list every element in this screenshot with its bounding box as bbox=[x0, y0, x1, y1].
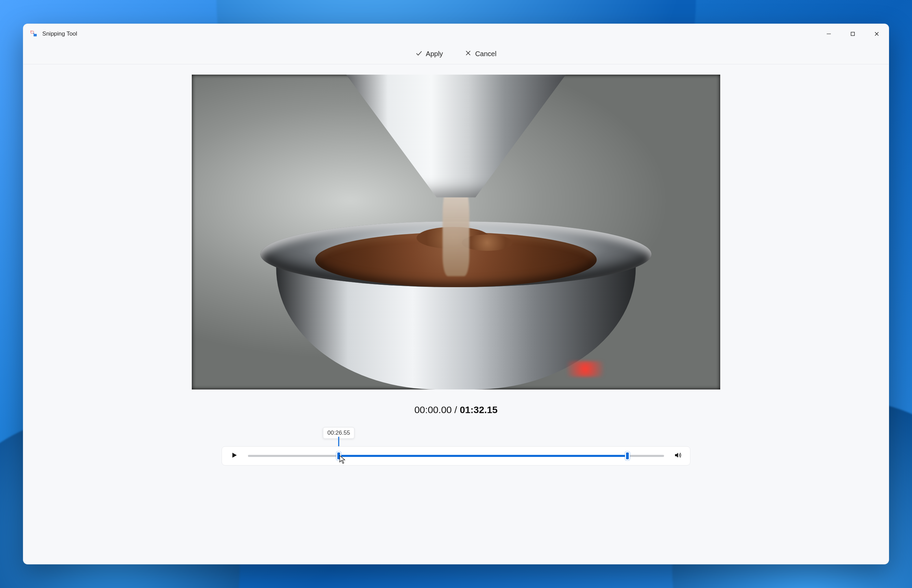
tooltip-time: 00:26.55 bbox=[327, 430, 350, 436]
svg-marker-8 bbox=[233, 453, 237, 458]
time-separator: / bbox=[452, 405, 460, 415]
app-title: Snipping Tool bbox=[42, 31, 78, 37]
cancel-button[interactable]: Cancel bbox=[461, 47, 501, 61]
trim-end-handle[interactable] bbox=[625, 451, 630, 460]
svg-marker-9 bbox=[675, 453, 678, 457]
app-icon bbox=[30, 30, 38, 38]
toolbar: Apply Cancel bbox=[23, 44, 889, 65]
play-icon bbox=[230, 451, 238, 460]
close-icon bbox=[465, 50, 471, 58]
cancel-label: Cancel bbox=[475, 50, 496, 58]
speaker-icon bbox=[674, 451, 682, 461]
player-bar bbox=[222, 446, 690, 465]
svg-rect-3 bbox=[851, 32, 854, 36]
apply-label: Apply bbox=[426, 50, 443, 58]
app-window: Snipping Tool Apply Cancel bbox=[23, 24, 889, 565]
trim-start-handle[interactable] bbox=[336, 451, 341, 460]
play-button[interactable] bbox=[230, 451, 239, 461]
trim-track[interactable] bbox=[248, 455, 664, 457]
maximize-button[interactable] bbox=[841, 24, 865, 44]
time-display: 00:00.00 / 01:32.15 bbox=[415, 405, 497, 415]
total-time: 01:32.15 bbox=[460, 405, 497, 415]
window-controls bbox=[817, 24, 889, 44]
apply-button[interactable]: Apply bbox=[411, 47, 447, 61]
volume-button[interactable] bbox=[673, 451, 682, 461]
player-bar-container: 00:26.55 bbox=[222, 446, 690, 465]
svg-rect-0 bbox=[31, 31, 33, 33]
svg-rect-1 bbox=[34, 34, 37, 36]
content-area: 00:00.00 / 01:32.15 00:26.55 bbox=[23, 65, 889, 564]
trim-range bbox=[339, 455, 627, 457]
video-preview bbox=[192, 74, 720, 389]
close-button[interactable] bbox=[865, 24, 889, 44]
playhead-indicator bbox=[339, 437, 339, 446]
titlebar: Snipping Tool bbox=[23, 24, 889, 44]
current-time: 00:00.00 bbox=[415, 405, 452, 415]
checkmark-icon bbox=[415, 50, 422, 58]
minimize-button[interactable] bbox=[817, 24, 841, 44]
